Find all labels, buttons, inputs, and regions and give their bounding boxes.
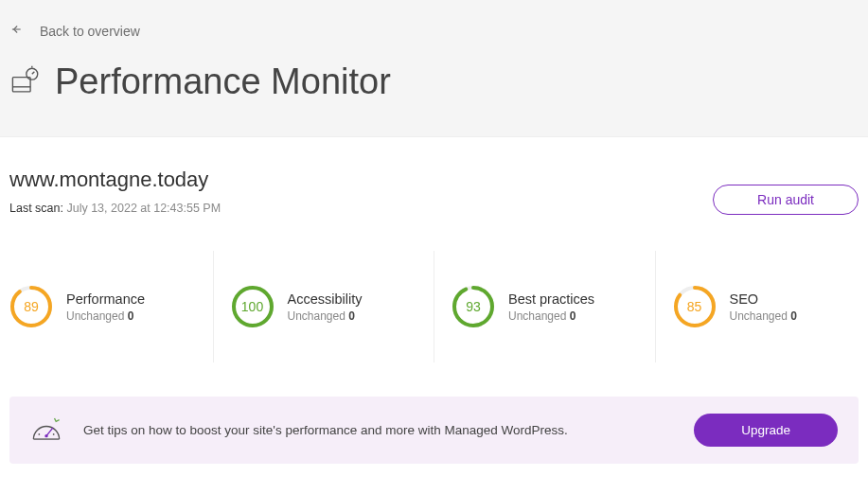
upgrade-button[interactable]: Upgrade (694, 414, 838, 447)
metric-delta: Unchanged 0 (508, 309, 594, 323)
site-summary: www.montagne.today Last scan: July 13, 2… (0, 137, 868, 241)
metrics-row: 89PerformanceUnchanged 0100Accessibility… (0, 251, 868, 362)
metric-card: 93Best practicesUnchanged 0 (434, 251, 656, 362)
metric-name: Accessibility (288, 291, 363, 307)
score-ring: 93 (452, 285, 495, 328)
back-to-overview-link[interactable]: Back to overview (9, 23, 140, 39)
metric-name: Performance (66, 291, 145, 307)
metric-card: 85SEOUnchanged 0 (656, 251, 859, 362)
score-ring: 100 (231, 285, 275, 328)
upsell-text: Get tips on how to boost your site's per… (83, 423, 673, 437)
run-audit-button[interactable]: Run audit (713, 185, 859, 215)
metric-card: 100AccessibilityUnchanged 0 (214, 251, 435, 362)
last-scan-value: July 13, 2022 at 12:43:55 PM (66, 202, 221, 215)
metric-name: SEO (730, 291, 797, 307)
score-value: 85 (673, 285, 717, 328)
last-scan-line: Last scan: July 13, 2022 at 12:43:55 PM (9, 202, 221, 215)
upsell-banner: Get tips on how to boost your site's per… (9, 397, 859, 464)
score-value: 93 (452, 285, 495, 328)
gauge-boost-icon (30, 415, 62, 447)
metric-delta: Unchanged 0 (66, 309, 145, 323)
metric-delta: Unchanged 0 (288, 309, 363, 323)
back-label: Back to overview (40, 24, 140, 39)
last-scan-label: Last scan: (9, 202, 63, 215)
svg-point-11 (39, 433, 41, 435)
metric-delta: Unchanged 0 (730, 309, 797, 323)
page-title: Performance Monitor (55, 62, 391, 102)
page-header: Back to overview Performance Monitor (0, 0, 868, 137)
score-value: 89 (9, 285, 53, 328)
score-ring: 89 (9, 285, 53, 328)
site-name: www.montagne.today (9, 168, 221, 192)
arrow-left-icon (9, 23, 23, 39)
svg-rect-0 (12, 77, 30, 91)
performance-monitor-icon (9, 64, 42, 100)
score-ring: 85 (673, 285, 717, 328)
svg-point-12 (53, 433, 55, 435)
metric-name: Best practices (508, 291, 594, 307)
score-value: 100 (231, 285, 275, 328)
metric-card: 89PerformanceUnchanged 0 (9, 251, 214, 362)
